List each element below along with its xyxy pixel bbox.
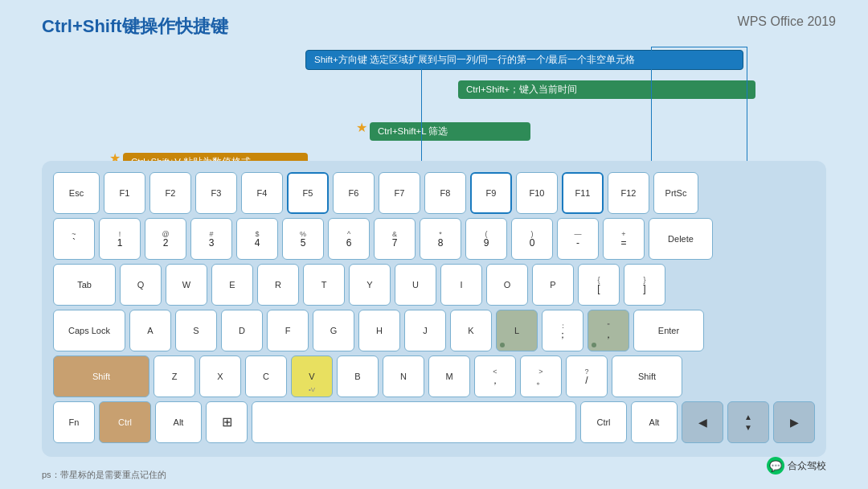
key-u[interactable]: U (395, 264, 436, 306)
annotation-ctrl-shift-l: Ctrl+Shift+L 筛选 (370, 122, 530, 141)
key-prtsc[interactable]: PrtSc (653, 172, 698, 214)
key-period[interactable]: >。 (520, 355, 562, 397)
key-g[interactable]: G (313, 310, 354, 351)
key-shift-left[interactable]: Shift (53, 355, 149, 397)
annotation-shift-arrow: Shift+方向键 选定区域扩展到与同一列/同一行的第一个/最后一个非空单元格 (305, 50, 743, 70)
key-y[interactable]: Y (349, 264, 391, 306)
star-ctrl-shift-l: ★ (356, 120, 367, 135)
key-f8[interactable]: F8 (424, 172, 466, 214)
number-row: ~` !1 @2 #3 $4 %5 ^6 &7 *8 (9 )0 (53, 218, 815, 260)
key-4[interactable]: $4 (236, 218, 278, 260)
key-arrow-updown[interactable]: ▲▼ (727, 401, 769, 443)
key-w[interactable]: W (166, 264, 207, 306)
key-d[interactable]: D (221, 310, 263, 351)
key-quote[interactable]: "， (588, 310, 629, 351)
key-f3[interactable]: F3 (195, 172, 237, 214)
key-e[interactable]: E (211, 264, 253, 306)
key-f[interactable]: F (267, 310, 309, 351)
key-m[interactable]: M (428, 355, 470, 397)
key-f5[interactable]: F5 (287, 172, 329, 214)
key-0[interactable]: )0 (511, 218, 553, 260)
key-z[interactable]: Z (154, 355, 195, 397)
key-f6[interactable]: F6 (333, 172, 375, 214)
key-6[interactable]: ^6 (328, 218, 370, 260)
zxcv-row: Shift Z X C V •V B N M <， >。 ?/ Shift (53, 355, 815, 397)
key-fn[interactable]: Fn (53, 401, 95, 443)
key-q[interactable]: Q (120, 264, 162, 306)
key-esc[interactable]: Esc (53, 172, 100, 214)
qwerty-row: Tab Q W E R T Y U I O P {[ }] (53, 264, 815, 306)
asdf-row: Caps Lock A S D F G H J K L ：； "， Enter (53, 310, 815, 351)
key-9[interactable]: (9 (465, 218, 507, 260)
key-3[interactable]: #3 (190, 218, 232, 260)
key-tab[interactable]: Tab (53, 264, 116, 306)
ps-note: ps：带星标的是需要重点记住的 (42, 469, 166, 481)
key-f9[interactable]: F9 (470, 172, 512, 214)
key-alt-left[interactable]: Alt (155, 401, 202, 443)
key-5[interactable]: %5 (282, 218, 324, 260)
key-k[interactable]: K (450, 310, 492, 351)
key-alt-right[interactable]: Alt (631, 401, 678, 443)
key-j[interactable]: J (404, 310, 446, 351)
key-x[interactable]: X (199, 355, 241, 397)
key-b[interactable]: B (337, 355, 379, 397)
key-n[interactable]: N (383, 355, 424, 397)
wps-logo: WPS Office 2019 (738, 14, 836, 29)
key-o[interactable]: O (486, 264, 528, 306)
bottom-row: Fn Ctrl Alt ⊞ Ctrl Alt ◀ ▲▼ ▶ (53, 401, 815, 443)
page-title: Ctrl+Shift键操作快捷键 (42, 14, 228, 39)
key-f1[interactable]: F1 (104, 172, 145, 214)
key-slash[interactable]: ?/ (566, 355, 608, 397)
key-h[interactable]: H (358, 310, 400, 351)
key-l[interactable]: L (496, 310, 538, 351)
key-shift-right[interactable]: Shift (612, 355, 682, 397)
key-ctrl-right[interactable]: Ctrl (580, 401, 627, 443)
key-lbrace[interactable]: {[ (578, 264, 620, 306)
key-minus[interactable]: —- (557, 218, 599, 260)
key-arrow-left[interactable]: ◀ (682, 401, 723, 443)
key-f2[interactable]: F2 (149, 172, 191, 214)
key-f10[interactable]: F10 (516, 172, 558, 214)
wechat-icon: 💬 (767, 457, 784, 475)
key-enter[interactable]: Enter (633, 310, 704, 351)
key-windows[interactable]: ⊞ (206, 401, 248, 443)
wechat-label: 合众驾校 (788, 459, 826, 473)
key-2[interactable]: @2 (145, 218, 186, 260)
wechat-badge: 💬 合众驾校 (767, 457, 826, 475)
key-t[interactable]: T (303, 264, 345, 306)
key-capslock[interactable]: Caps Lock (53, 310, 125, 351)
key-a[interactable]: A (129, 310, 171, 351)
key-comma[interactable]: <， (474, 355, 516, 397)
key-delete[interactable]: Delete (649, 218, 713, 260)
key-space[interactable] (252, 401, 576, 443)
key-rbrace[interactable]: }] (624, 264, 665, 306)
key-f7[interactable]: F7 (379, 172, 420, 214)
key-7[interactable]: &7 (374, 218, 416, 260)
annotation-ctrl-shift-semicolon: Ctrl+Shift+；键入当前时间 (458, 80, 755, 99)
keyboard: Esc F1 F2 F3 F4 F5 F6 F7 F8 F9 F10 F11 F… (42, 161, 826, 457)
key-f12[interactable]: F12 (608, 172, 649, 214)
key-s[interactable]: S (175, 310, 217, 351)
key-ctrl-left[interactable]: Ctrl (99, 401, 151, 443)
key-p[interactable]: P (532, 264, 574, 306)
function-row: Esc F1 F2 F3 F4 F5 F6 F7 F8 F9 F10 F11 F… (53, 172, 815, 214)
key-f4[interactable]: F4 (241, 172, 283, 214)
key-8[interactable]: *8 (420, 218, 461, 260)
key-tilde[interactable]: ~` (53, 218, 95, 260)
key-i[interactable]: I (440, 264, 482, 306)
key-c[interactable]: C (245, 355, 287, 397)
key-arrow-right[interactable]: ▶ (773, 401, 815, 443)
key-equal[interactable]: += (603, 218, 645, 260)
key-1[interactable]: !1 (99, 218, 141, 260)
key-colon[interactable]: ：； (542, 310, 583, 351)
key-r[interactable]: R (257, 264, 299, 306)
key-v[interactable]: V •V (291, 355, 333, 397)
key-f11[interactable]: F11 (562, 172, 604, 214)
